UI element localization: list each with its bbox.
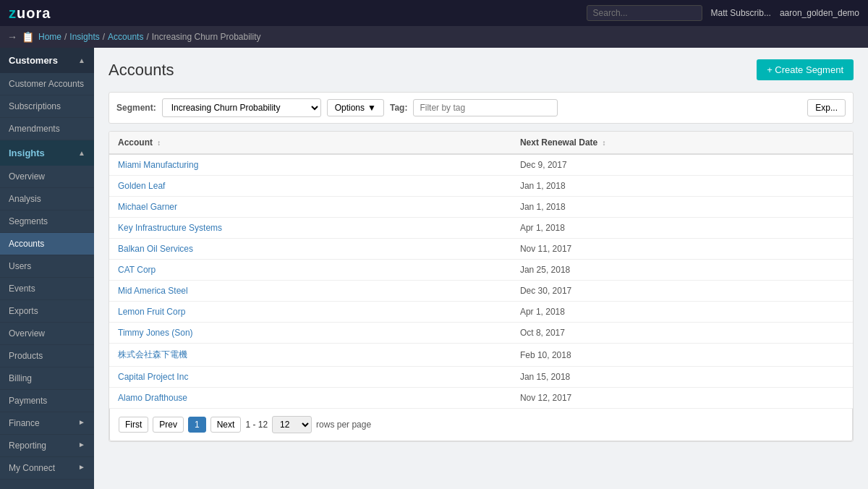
sidebar-item-events[interactable]: Events [0,278,94,300]
column-renewal-date[interactable]: Next Renewal Date ↕ [511,132,853,154]
tag-label: Tag: [390,103,407,113]
sidebar-item-products[interactable]: Products [0,345,94,367]
page-number-button[interactable]: 1 [188,417,206,433]
sidebar-item-customer-accounts[interactable]: Customer Accounts [0,73,94,95]
account-link[interactable]: Lemon Fruit Corp [118,307,185,317]
chevron-down-icon: ▼ [367,103,376,113]
breadcrumb-insights[interactable]: Insights [69,32,99,42]
sidebar-item-segments[interactable]: Segments [0,211,94,233]
sidebar-item-amendments[interactable]: Amendments [0,118,94,140]
breadcrumb: Home / Insights / Accounts / Increasing … [38,32,261,42]
tag-filter-input[interactable] [413,99,558,116]
table-row: Golden Leaf Jan 1, 2018 [109,176,853,197]
segment-label: Segment: [116,103,156,113]
prev-page-button[interactable]: Prev [153,417,184,433]
sidebar-item-exports[interactable]: Exports [0,300,94,323]
sidebar-item-analysis[interactable]: Analysis [0,188,94,211]
accounts-table-container: Account ↕ Next Renewal Date ↕ Miami Manu… [109,131,854,442]
table-header-row: Account ↕ Next Renewal Date ↕ [109,132,853,154]
sidebar-item-subscriptions[interactable]: Subscriptions [0,95,94,118]
account-link[interactable]: Capital Project Inc [118,372,188,382]
renewal-date-cell: Jan 15, 2018 [511,367,853,388]
accounts-table: Account ↕ Next Renewal Date ↕ Miami Manu… [109,132,853,409]
page-title: Accounts [109,61,174,80]
sidebar-item-users[interactable]: Users [0,255,94,278]
table-row: Key Infrastructure Systems Apr 1, 2018 [109,218,853,239]
sidebar-item-payments[interactable]: Payments [0,390,94,412]
back-icon[interactable]: → [7,31,17,43]
sidebar-item-finance[interactable]: Finance ► [0,412,94,435]
renewal-date-cell: Jan 25, 2018 [511,260,853,281]
account-link[interactable]: 株式会社森下電機 [118,349,187,360]
account-link[interactable]: Balkan Oil Services [118,244,193,254]
account-name-cell: CAT Corp [109,260,511,281]
account-name-cell: Michael Garner [109,197,511,218]
sort-icon: ↕ [603,139,606,147]
account-link[interactable]: Timmy Jones (Son) [118,328,193,338]
sidebar: Customers ▲ Customer Accounts Subscripti… [0,48,94,489]
table-row: Timmy Jones (Son) Oct 8, 2017 [109,323,853,344]
account-name-cell: Golden Leaf [109,176,511,197]
sidebar-item-reporting[interactable]: Reporting ► [0,435,94,457]
table-row: Lemon Fruit Corp Apr 1, 2018 [109,302,853,323]
segment-select[interactable]: Increasing Churn Probability [162,98,321,117]
account-link[interactable]: Golden Leaf [118,181,165,191]
chevron-right-icon: ► [78,441,85,448]
sidebar-item-overview[interactable]: Overview [0,166,94,188]
account-link[interactable]: Mid America Steel [118,286,188,296]
renewal-date-cell: Dec 30, 2017 [511,281,853,302]
account-name-cell: Key Infrastructure Systems [109,218,511,239]
breadcrumb-home[interactable]: Home [38,32,61,42]
renewal-date-cell: Dec 9, 2017 [511,154,853,176]
breadcrumb-current: Increasing Churn Probability [152,32,261,42]
account-link[interactable]: Alamo Drafthouse [118,393,187,403]
renewal-date-cell: Apr 1, 2018 [511,302,853,323]
sidebar-item-accounts[interactable]: Accounts [0,233,94,255]
account-name-cell: Miami Manufacturing [109,154,511,176]
account-name-cell: Balkan Oil Services [109,239,511,260]
account-name-cell: Alamo Drafthouse [109,388,511,409]
table-row: 株式会社森下電機 Feb 10, 2018 [109,344,853,367]
navbar: → 📋 Home / Insights / Accounts / Increas… [0,26,868,48]
account-link[interactable]: Michael Garner [118,202,177,212]
topbar-user-detail: aaron_golden_demo [780,8,859,18]
export-button[interactable]: Exp... [807,99,846,116]
table-row: Alamo Drafthouse Nov 12, 2017 [109,388,853,409]
search-input[interactable] [587,5,702,21]
account-name-cell: 株式会社森下電機 [109,344,511,367]
options-button[interactable]: Options ▼ [327,99,384,116]
table-row: Balkan Oil Services Nov 11, 2017 [109,239,853,260]
account-link[interactable]: CAT Corp [118,265,156,275]
rows-per-page-select[interactable]: 12 25 50 100 [272,416,312,433]
topbar: zuora Matt Subscrib... aaron_golden_demo [0,0,868,26]
topbar-user: Matt Subscrib... [711,8,771,18]
table-row: Capital Project Inc Jan 15, 2018 [109,367,853,388]
renewal-date-cell: Oct 8, 2017 [511,323,853,344]
account-link[interactable]: Miami Manufacturing [118,160,198,170]
create-segment-button[interactable]: + Create Segment [757,59,854,80]
sidebar-section-customers[interactable]: Customers ▲ [0,48,94,73]
table-row: Miami Manufacturing Dec 9, 2017 [109,154,853,176]
account-name-cell: Lemon Fruit Corp [109,302,511,323]
logo: zuora [9,5,51,22]
topbar-right: Matt Subscrib... aaron_golden_demo [587,5,859,21]
table-row: Michael Garner Jan 1, 2018 [109,197,853,218]
account-name-cell: Timmy Jones (Son) [109,323,511,344]
chevron-down-icon: ▲ [78,56,85,64]
first-page-button[interactable]: First [119,417,148,433]
forward-icon[interactable]: 📋 [22,31,34,43]
column-account[interactable]: Account ↕ [109,132,511,154]
sidebar-item-billing[interactable]: Billing [0,367,94,390]
renewal-date-cell: Nov 12, 2017 [511,388,853,409]
account-link[interactable]: Key Infrastructure Systems [118,223,222,233]
sidebar-item-overview2[interactable]: Overview [0,323,94,345]
breadcrumb-accounts[interactable]: Accounts [108,32,143,42]
table-row: CAT Corp Jan 25, 2018 [109,260,853,281]
table-row: Mid America Steel Dec 30, 2017 [109,281,853,302]
renewal-date-cell: Feb 10, 2018 [511,344,853,367]
next-page-button[interactable]: Next [210,417,242,433]
sort-icon: ↕ [157,139,161,147]
renewal-date-cell: Nov 11, 2017 [511,239,853,260]
sidebar-item-my-connect[interactable]: My Connect ► [0,457,94,480]
sidebar-section-insights[interactable]: Insights ▲ [0,140,94,166]
